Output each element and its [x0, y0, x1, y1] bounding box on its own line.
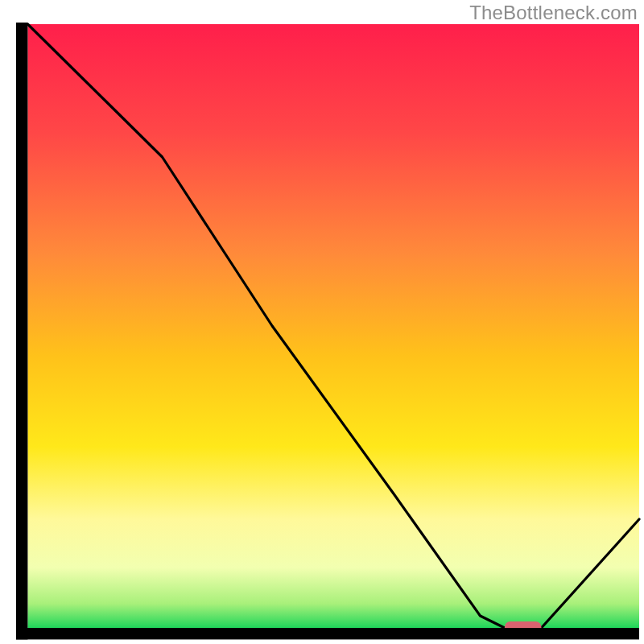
x-axis	[16, 628, 639, 639]
chart-svg	[0, 0, 644, 644]
y-axis	[16, 23, 27, 639]
attribution-text: TheBottleneck.com	[469, 2, 638, 24]
bottleneck-chart: TheBottleneck.com	[0, 0, 644, 644]
